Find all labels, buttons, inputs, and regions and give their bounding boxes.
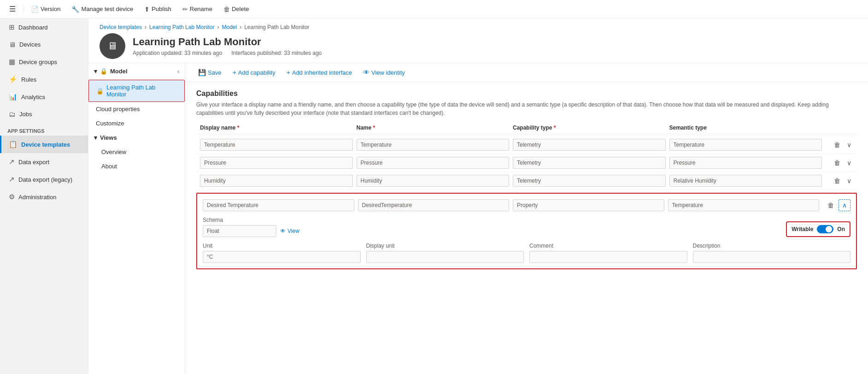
expand-row-temperature[interactable]: ∨ [845,140,853,149]
capability-row-pressure: 🗑 ∨ [196,154,857,172]
capability-row-humidity: 🗑 ∨ [196,172,857,190]
breadcrumb-current: Learning Path Lab Monitor [244,24,309,30]
comment-input[interactable] [529,251,687,263]
tree-item-customize[interactable]: Customize [88,116,185,131]
capability-row-desired-temp-expanded: 🗑 ∧ Schema 👁 [196,193,857,269]
sidebar-item-administration[interactable]: ⚙ Administration [0,188,88,206]
delete-label: Delete [232,6,249,12]
hamburger-button[interactable]: ☰ [6,1,19,17]
sidebar-item-analytics[interactable]: 📊 Analytics [0,88,88,106]
sidebar-item-devices[interactable]: 🖥 Devices [0,36,88,53]
schema-value-input[interactable] [203,225,276,237]
breadcrumb-model[interactable]: Model [222,24,237,30]
sidebar-label-administration: Administration [18,194,56,201]
toolbar-separator [23,5,23,14]
add-inherited-button[interactable]: + Add inherited interface [285,67,354,78]
page-avatar: 🖥 [100,33,125,59]
view-identity-button[interactable]: 👁 View identity [361,67,407,78]
description-label: Description [693,243,851,249]
capability-type-desired-temp[interactable] [513,199,664,211]
tree-label-customize: Customize [96,120,124,127]
expand-row-pressure[interactable]: ∨ [845,158,853,167]
expand-row-humidity[interactable]: ∨ [845,176,853,185]
tree-label-about: About [101,163,117,170]
version-label: Version [41,6,60,12]
panel-collapse-button[interactable]: ‹ [177,68,179,75]
views-header[interactable]: ▾ Views [88,131,185,145]
semantic-type-desired-temp[interactable] [668,199,820,211]
semantic-type-humidity[interactable] [669,175,822,187]
rename-icon: ✏ [182,6,188,13]
delete-button[interactable]: 🗑 Delete [220,4,253,15]
unit-input[interactable] [203,251,361,263]
view-identity-icon: 👁 [363,69,369,76]
version-button[interactable]: 📄 Version [27,4,64,15]
semantic-type-pressure[interactable] [669,157,822,169]
semantic-type-temperature[interactable] [669,139,822,151]
tree-item-overview[interactable]: Overview [88,145,185,159]
display-name-temperature[interactable] [200,139,353,151]
cap-table-header: Display name * Name * Capability type * … [196,125,857,134]
capability-type-pressure[interactable] [513,157,666,169]
manage-device-button[interactable]: 🔧 Manage test device [68,4,137,15]
tree-item-about[interactable]: About [88,159,185,173]
capability-type-temperature[interactable] [513,139,666,151]
name-humidity[interactable] [357,175,510,187]
expanded-schema-writable: Schema 👁 View [203,217,850,237]
sidebar-item-jobs[interactable]: 🗂 Jobs [0,106,88,123]
delete-row-temperature[interactable]: 🗑 [832,140,842,149]
publish-icon: ⬆ [144,6,150,13]
action-bar: 💾 Save + Add capability + Add inherited … [185,63,868,82]
description-input[interactable] [693,251,851,263]
sidebar-item-data-export-legacy[interactable]: ↗ Data export (legacy) [0,171,88,188]
sidebar-item-dashboard[interactable]: ⊞ Dashboard [0,18,88,36]
expanded-row-bottom: Unit Display unit Comment [203,243,850,263]
manage-device-icon: 🔧 [71,6,79,13]
publish-button[interactable]: ⬆ Publish [141,4,175,15]
sidebar-label-data-export: Data export [18,159,49,166]
tree-item-cloud-properties[interactable]: Cloud properties [88,102,185,116]
rename-button[interactable]: ✏ Rename [179,4,216,15]
display-name-pressure[interactable] [200,157,353,169]
breadcrumb-sep2: › [217,24,219,30]
sidebar-item-data-export[interactable]: ↗ Data export [0,153,88,171]
display-name-desired-temp[interactable] [203,199,354,211]
tree-item-learning-path-lab-monitor[interactable]: 🔒 Learning Path Lab Monitor [88,80,185,102]
sidebar-item-rules[interactable]: ⚡ Rules [0,71,88,88]
sidebar-label-device-groups: Device groups [19,59,57,65]
sidebar-item-device-templates[interactable]: 📋 Device templates [0,136,88,153]
breadcrumb-device-templates[interactable]: Device templates [100,24,142,30]
name-temperature[interactable] [357,139,510,151]
view-identity-label: View identity [371,69,405,76]
save-icon: 💾 [198,69,206,76]
name-desired-temp[interactable] [358,199,510,211]
display-unit-label: Display unit [366,243,524,249]
model-collapse-icon: ▾ [94,68,97,75]
breadcrumb: Device templates › Learning Path Lab Mon… [100,24,857,30]
col-display-name: Display name * [200,125,353,131]
delete-row-humidity[interactable]: 🗑 [832,176,842,185]
content-row: ▾ 🔒 Model ‹ 🔒 Learning Path Lab Monitor … [88,63,868,374]
unit-field: Unit [203,243,361,263]
add-capability-button[interactable]: + Add capability [231,67,277,78]
delete-row-desired-temp[interactable]: 🗑 [826,201,836,210]
tree-label-cloud-properties: Cloud properties [96,106,140,113]
top-toolbar: ☰ 📄 Version 🔧 Manage test device ⬆ Publi… [0,0,868,18]
capability-type-humidity[interactable] [513,175,666,187]
display-unit-input[interactable] [366,251,524,263]
view-link[interactable]: 👁 View [280,228,299,234]
display-name-humidity[interactable] [200,175,353,187]
data-export-icon: ↗ [9,158,15,166]
save-button[interactable]: 💾 Save [196,67,223,78]
writable-label: Writable [792,226,813,232]
main-content: Device templates › Learning Path Lab Mon… [88,18,868,374]
sidebar-item-device-groups[interactable]: ▦ Device groups [0,53,88,71]
capability-row-temperature: 🗑 ∨ [196,136,857,154]
delete-row-pressure[interactable]: 🗑 [832,158,842,167]
collapse-row-desired-temp[interactable]: ∧ [839,199,850,211]
writable-toggle[interactable] [817,225,833,233]
sidebar-label-data-export-legacy: Data export (legacy) [18,176,72,183]
writable-on-label: On [837,226,845,232]
name-pressure[interactable] [357,157,510,169]
breadcrumb-learning-path[interactable]: Learning Path Lab Monitor [149,24,214,30]
